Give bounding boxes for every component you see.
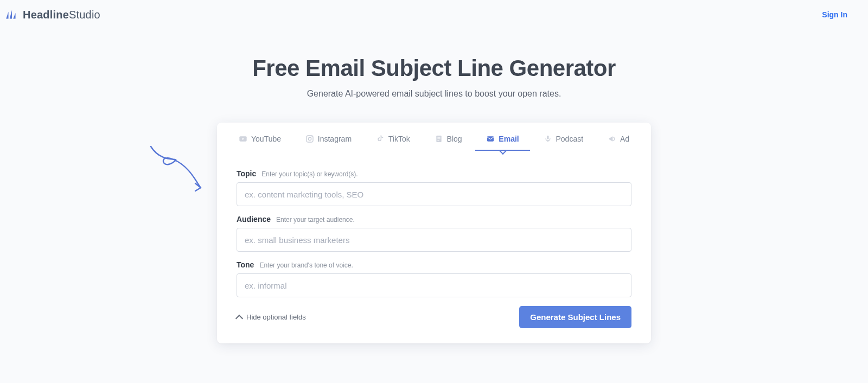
header: HeadlineStudio Sign In	[0, 0, 868, 29]
generator-card: YouTube Instagram TikTok Blog	[217, 123, 651, 343]
tone-help: Enter your brand's tone of voice.	[259, 261, 353, 269]
signin-link[interactable]: Sign In	[822, 10, 857, 19]
generate-button[interactable]: Generate Subject Lines	[519, 306, 631, 328]
tabs: YouTube Instagram TikTok Blog	[217, 123, 651, 151]
svg-rect-8	[487, 136, 494, 141]
svg-rect-5	[437, 137, 440, 138]
tab-email[interactable]: Email	[486, 135, 519, 151]
form-footer: Hide optional fields Generate Subject Li…	[217, 297, 651, 328]
svg-rect-6	[437, 138, 440, 139]
svg-rect-9	[547, 136, 548, 139]
tab-label: TikTok	[388, 135, 410, 143]
svg-point-2	[308, 137, 311, 140]
field-audience: Audience Enter your target audience.	[237, 215, 631, 252]
tab-label: Email	[499, 135, 519, 143]
svg-rect-7	[437, 140, 439, 141]
chevron-up-icon	[235, 314, 243, 322]
generator-form: Topic Enter your topic(s) or keyword(s).…	[217, 151, 651, 297]
toggle-optional-label: Hide optional fields	[246, 313, 306, 321]
youtube-icon	[239, 135, 247, 143]
tiktok-icon	[376, 135, 385, 143]
toggle-optional-fields[interactable]: Hide optional fields	[237, 313, 306, 321]
field-tone: Tone Enter your brand's tone of voice.	[237, 260, 631, 297]
topic-label: Topic	[237, 169, 256, 178]
instagram-icon	[305, 135, 314, 143]
svg-point-3	[311, 136, 312, 137]
decorative-arrow-icon	[146, 144, 206, 199]
hero: Free Email Subject Line Generator Genera…	[0, 55, 868, 99]
blog-icon	[435, 135, 443, 143]
tab-label: Ad	[620, 135, 629, 143]
tab-blog[interactable]: Blog	[435, 135, 462, 151]
tone-label: Tone	[237, 260, 254, 269]
topic-input[interactable]	[237, 182, 631, 206]
tab-ad[interactable]: Ad	[608, 135, 629, 151]
podcast-icon	[544, 135, 552, 143]
tab-label: YouTube	[251, 135, 281, 143]
field-topic: Topic Enter your topic(s) or keyword(s).	[237, 169, 631, 206]
ad-icon	[608, 135, 616, 143]
tab-podcast[interactable]: Podcast	[544, 135, 584, 151]
email-icon	[486, 135, 495, 143]
logo[interactable]: HeadlineStudio	[4, 8, 100, 22]
tab-tiktok[interactable]: TikTok	[376, 135, 410, 151]
logo-mark-icon	[4, 8, 18, 22]
tab-label: Blog	[447, 135, 462, 143]
audience-help: Enter your target audience.	[276, 216, 355, 224]
page-title: Free Email Subject Line Generator	[0, 55, 868, 81]
tone-input[interactable]	[237, 273, 631, 297]
page-subtitle: Generate AI-powered email subject lines …	[0, 89, 868, 99]
tab-youtube[interactable]: YouTube	[239, 135, 281, 151]
tab-label: Instagram	[318, 135, 352, 143]
audience-input[interactable]	[237, 228, 631, 252]
tab-label: Podcast	[556, 135, 584, 143]
logo-text: HeadlineStudio	[23, 9, 100, 21]
tab-instagram[interactable]: Instagram	[305, 135, 352, 151]
audience-label: Audience	[237, 215, 271, 224]
topic-help: Enter your topic(s) or keyword(s).	[261, 170, 358, 178]
